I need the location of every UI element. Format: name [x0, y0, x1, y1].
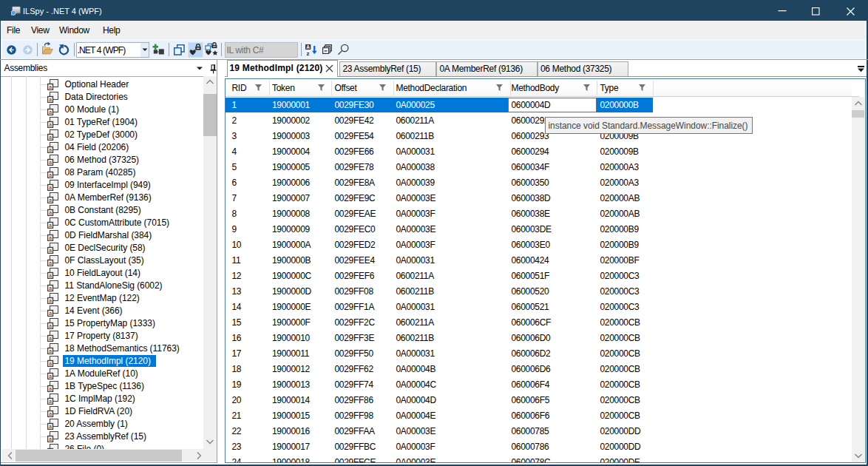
svg-text:a: a [49, 172, 52, 178]
svg-text:a: a [49, 273, 52, 278]
svg-text:a: a [49, 323, 52, 328]
svg-text:a: a [49, 122, 52, 127]
svg-text:a: a [49, 436, 52, 442]
svg-text:a: a [49, 286, 52, 291]
svg-text:a: a [49, 260, 52, 266]
svg-text:a: a [49, 160, 52, 165]
svg-text:a: a [49, 109, 52, 115]
svg-text:a: a [49, 248, 52, 253]
svg-text:a: a [49, 298, 52, 303]
svg-text:a: a [49, 449, 52, 450]
svg-text:a: a [49, 223, 52, 228]
svg-text:a: a [49, 135, 52, 140]
svg-text:a: a [49, 399, 52, 404]
svg-text:A: A [306, 44, 310, 50]
svg-text:a: a [49, 311, 52, 316]
svg-text:a: a [49, 235, 52, 240]
svg-text:a: a [49, 185, 52, 190]
svg-text:a: a [49, 210, 52, 215]
svg-text:a: a [49, 84, 52, 90]
svg-text:a: a [49, 386, 52, 391]
svg-text:a: a [49, 348, 52, 354]
svg-text:a: a [49, 411, 52, 416]
svg-text:a: a [49, 424, 52, 429]
svg-text:a: a [49, 361, 52, 366]
svg-text:z: z [307, 50, 310, 56]
svg-text:a: a [49, 197, 52, 203]
svg-text:a: a [49, 336, 52, 341]
svg-text:a: a [49, 374, 52, 379]
svg-text:a: a [49, 97, 52, 102]
svg-text:a: a [49, 147, 52, 152]
